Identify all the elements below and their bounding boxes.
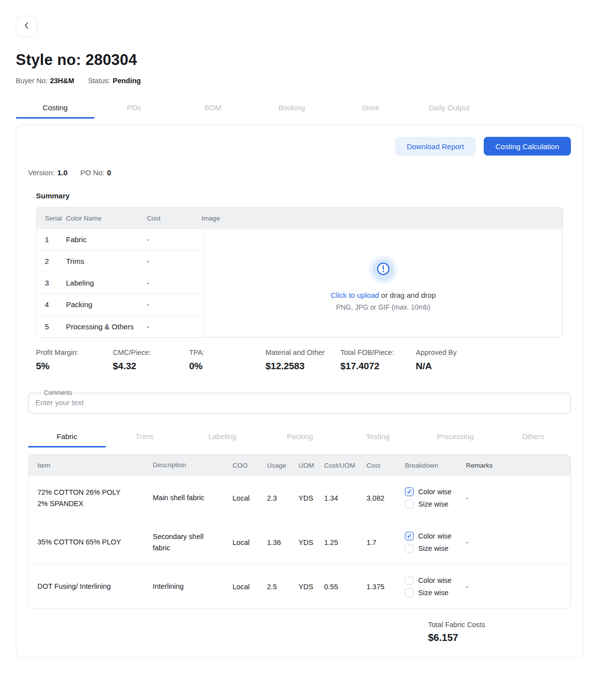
checkbox-icon[interactable]: ✓ (405, 588, 414, 597)
costing-stats: Profit Margin: 5% CMC/Piece: $4.32 TPA: … (36, 349, 563, 372)
cell-name: Processing & Others (66, 322, 147, 331)
cell-cost-uom: 1.34 (324, 494, 366, 502)
image-upload-dropzone[interactable]: Click to upload or drag and drop PNG, JP… (204, 229, 563, 337)
stat-tpa: TPA: 0% (189, 349, 266, 372)
cell-name: Packing (66, 300, 147, 309)
stat-profit-margin: Profit Margin: 5% (36, 349, 113, 372)
cell-usage: 1.36 (267, 539, 299, 546)
cell-usage: 2.3 (267, 494, 299, 502)
checkbox-icon[interactable]: ✓ (405, 532, 414, 541)
col-item: Item (29, 462, 153, 469)
chevron-left-icon (22, 21, 31, 32)
tab-costing[interactable]: Costing (16, 97, 95, 119)
cell-serial: 5 (36, 322, 66, 331)
summary-title: Summary (36, 191, 563, 200)
status: Status:Pending (88, 77, 141, 85)
table-row: 4 Packing - (36, 294, 204, 316)
comments-input[interactable] (34, 397, 565, 407)
checkbox-icon[interactable]: ✓ (405, 576, 414, 585)
size-wise-checkbox[interactable]: ✓ Size wise (405, 544, 466, 553)
stat-value: 5% (36, 361, 113, 372)
size-wise-checkbox[interactable]: ✓ Size wise (405, 588, 466, 597)
checkbox-label: Size wise (418, 589, 448, 597)
col-breakdown: Breakdown (405, 462, 466, 469)
stat-cmc-piece: CMC/Piece: $4.32 (113, 349, 189, 372)
click-to-upload-link[interactable]: Click to upload (331, 291, 379, 299)
tab-bom[interactable]: BOM (173, 97, 252, 119)
summary-rows: 1 Fabric - 2 Trims - 3 Labeling - (36, 229, 204, 337)
back-button[interactable] (16, 16, 37, 37)
tab-booking[interactable]: Booking (252, 97, 331, 119)
drag-drop-text: or drag and drop (379, 291, 436, 299)
stat-total-fob: Total FOB/Piece: $17.4072 (340, 349, 416, 372)
cell-cost-uom: 1.25 (324, 539, 366, 546)
main-tab-bar: Costing POs BOM Booking Store Daily Outp… (16, 97, 489, 119)
table-row: 3 Labeling - (36, 272, 204, 294)
tab-pos[interactable]: POs (95, 97, 173, 119)
cell-coo: Local (233, 583, 267, 591)
cell-cost: - (147, 322, 204, 331)
stat-value: N/A (416, 361, 457, 372)
table-row: 72% COTTON 26% POLY 2% SPANDEX Main shel… (29, 476, 570, 520)
col-cost: Cost (366, 462, 405, 469)
buyer-label: Buyer No: (16, 77, 47, 85)
cell-serial: 3 (36, 279, 66, 287)
checkbox-icon[interactable]: ✓ (405, 487, 414, 496)
col-uom: UOM (299, 462, 324, 469)
tab-store[interactable]: Store (331, 97, 410, 119)
section-tab-bar: Fabric Trims Labeling Packing Testing Pr… (28, 426, 572, 447)
tab-testing[interactable]: Testing (339, 426, 417, 447)
cell-breakdown: ✓ Color wise ✓ Size wise (405, 487, 466, 509)
cell-description: Main shell fabric (153, 492, 233, 503)
tab-others[interactable]: Others (494, 426, 572, 447)
cell-name: Trims (66, 257, 147, 265)
upload-instruction: Click to upload or drag and drop (331, 291, 435, 299)
cell-coo: Local (233, 539, 267, 546)
upload-icon-halo-inner (372, 259, 394, 281)
stat-value: 0% (189, 361, 266, 372)
card-actions: Download Report Costing Calculation (28, 137, 571, 156)
checkbox-label: Color wise (418, 488, 452, 496)
tab-fabric[interactable]: Fabric (28, 426, 106, 447)
summary-table-body: 1 Fabric - 2 Trims - 3 Labeling - (36, 229, 563, 337)
size-wise-checkbox[interactable]: ✓ Size wise (405, 500, 466, 509)
color-wise-checkbox[interactable]: ✓ Color wise (405, 576, 466, 585)
fabric-table-header: Item Description COO Usage UOM Cost/UOM … (29, 455, 570, 476)
stat-label: CMC/Piece: (113, 349, 189, 356)
cell-cost-uom: 0.55 (324, 583, 366, 591)
tab-labeling[interactable]: Labeling (183, 426, 261, 447)
checkbox-icon[interactable]: ✓ (405, 500, 414, 509)
download-report-button[interactable]: Download Report (395, 137, 476, 156)
check-icon: ✓ (407, 489, 412, 495)
costing-calculation-button[interactable]: Costing Calculation (484, 137, 571, 156)
tab-packing[interactable]: Packing (261, 426, 339, 447)
po-no: PO No:0 (80, 168, 111, 177)
total-value: $6.157 (428, 632, 571, 643)
cell-uom: YDS (299, 539, 324, 546)
cell-serial: 2 (36, 257, 66, 265)
col-cost-uom: Cost/UOM (324, 462, 366, 469)
tab-trims[interactable]: Trims (106, 426, 184, 447)
comments-legend: Comments (41, 389, 75, 396)
checkbox-label: Size wise (418, 544, 448, 552)
page-title: Style no: 280304 (16, 51, 583, 69)
buyer-value: 23H&M (50, 77, 74, 85)
color-wise-checkbox[interactable]: ✓ Color wise (405, 487, 466, 496)
tab-daily-output[interactable]: Daily Output (410, 97, 489, 119)
cell-serial: 4 (36, 300, 66, 309)
cell-cost: 1.375 (366, 583, 405, 591)
version-label: Version: (28, 168, 55, 177)
cell-cost: - (147, 279, 204, 287)
status-label: Status: (88, 77, 110, 85)
tab-processing[interactable]: Processing (417, 426, 495, 447)
checkbox-label: Color wise (418, 576, 452, 584)
cell-uom: YDS (299, 583, 324, 591)
col-serial: Serial (36, 215, 66, 222)
checkbox-icon[interactable]: ✓ (405, 544, 414, 553)
upload-icon-halo (369, 255, 398, 284)
comments-field: Comments (28, 389, 571, 414)
color-wise-checkbox[interactable]: ✓ Color wise (405, 532, 466, 541)
cell-breakdown: ✓ Color wise ✓ Size wise (405, 532, 466, 553)
stat-label: Approved By (416, 349, 457, 356)
stat-label: Material and Other (266, 349, 340, 356)
